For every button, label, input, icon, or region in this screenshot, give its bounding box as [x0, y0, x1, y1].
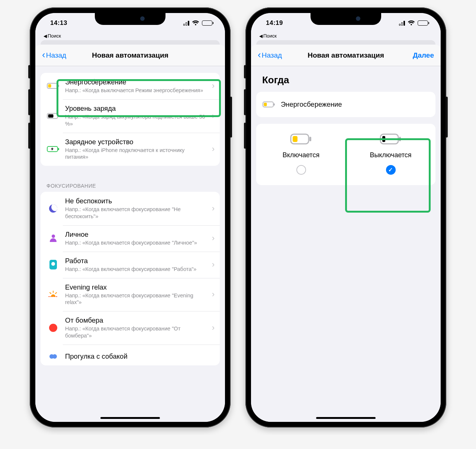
wifi-icon	[408, 20, 415, 26]
battery-off-icon	[380, 133, 402, 145]
moon-icon	[46, 202, 60, 215]
nav-back[interactable]: ‹Назад	[258, 51, 282, 60]
svg-rect-17	[293, 136, 298, 142]
volume-down[interactable]	[28, 123, 30, 149]
section-title: Когда	[251, 66, 441, 88]
svg-line-10	[50, 293, 51, 294]
svg-line-11	[55, 293, 57, 294]
choice-on[interactable]: Включается	[256, 133, 346, 175]
mute-switch[interactable]	[244, 65, 246, 78]
battery-icon	[418, 20, 428, 26]
radio-checked[interactable]	[386, 165, 396, 175]
row-work[interactable]: РаботаНапр.: «Когда включается фокусиров…	[41, 252, 220, 278]
chevron-right-icon: ›	[212, 204, 215, 213]
battery-on-icon	[290, 133, 312, 145]
svg-rect-4	[58, 115, 59, 117]
power-button[interactable]	[446, 97, 448, 138]
battery-level-icon	[46, 109, 60, 123]
breadcrumb[interactable]: ◀Поиск	[251, 33, 441, 40]
chevron-right-icon: ›	[212, 111, 215, 121]
row-walk[interactable]: Прогулка с собакой	[41, 345, 220, 365]
chevron-right-icon: ›	[212, 81, 215, 91]
volume-up[interactable]	[244, 89, 246, 115]
svg-rect-7	[58, 148, 59, 150]
svg-rect-5	[48, 114, 54, 117]
volume-down[interactable]	[244, 123, 246, 149]
row-charger[interactable]: Зарядное устройствоНапр.: «Когда iPhone …	[41, 133, 220, 166]
radio-unchecked[interactable]	[296, 165, 306, 175]
choice-off[interactable]: Выключается	[346, 133, 435, 175]
row-battery-level[interactable]: Уровень зарядаНапр.: «Когда заряд аккуму…	[41, 99, 220, 133]
row-dnd[interactable]: Не беспокоитьНапр.: «Когда включается фо…	[41, 192, 220, 225]
svg-rect-20	[382, 136, 385, 142]
chevron-right-icon: ›	[212, 144, 215, 154]
focus-header: ФОКУСИРОВАНИЕ	[35, 172, 225, 192]
status-time: 14:13	[50, 19, 67, 27]
row-low-power[interactable]: ЭнергосбережениеНапр.: «Когда выключаетс…	[41, 73, 220, 99]
status-time: 14:19	[266, 19, 283, 27]
nav-back[interactable]: ‹Назад	[42, 51, 66, 60]
sunset-icon	[46, 288, 60, 301]
selected-trigger: Энергосбережение	[256, 92, 435, 117]
chevron-right-icon: ›	[212, 323, 215, 333]
svg-rect-16	[309, 137, 311, 141]
low-power-icon	[262, 98, 276, 111]
people-icon	[46, 350, 60, 363]
phone-right: 14:19 ◀Поиск ‹Назад Новая автоматизация …	[245, 7, 446, 427]
row-personal[interactable]: ЛичноеНапр.: «Когда включается фокусиров…	[41, 225, 220, 252]
home-indicator[interactable]	[316, 417, 376, 419]
row-evening[interactable]: Evening relaxНапр.: «Когда включается фо…	[41, 278, 220, 311]
nav-bar: ‹Назад Новая автоматизация	[35, 45, 225, 66]
volume-up[interactable]	[28, 89, 30, 115]
svg-rect-2	[48, 84, 51, 88]
badge-icon	[46, 258, 60, 271]
nav-next[interactable]: Далее	[413, 51, 434, 59]
chevron-right-icon: ›	[212, 233, 215, 243]
svg-rect-1	[58, 85, 59, 87]
signal-icon	[183, 20, 189, 26]
breadcrumb[interactable]: ◀Поиск	[35, 33, 225, 40]
notch	[95, 13, 165, 25]
svg-rect-13	[274, 103, 275, 106]
power-button[interactable]	[230, 97, 232, 138]
nav-bar: ‹Назад Новая автоматизация Далее	[251, 45, 441, 66]
charger-icon	[46, 142, 60, 156]
battery-icon	[202, 20, 212, 26]
mute-switch[interactable]	[28, 65, 30, 78]
home-indicator[interactable]	[100, 417, 160, 419]
row-bomber[interactable]: От бомбераНапр.: «Когда включается фокус…	[41, 311, 220, 345]
person-icon	[46, 232, 60, 245]
chevron-right-icon: ›	[212, 260, 215, 269]
low-power-icon	[46, 79, 60, 93]
signal-icon	[399, 20, 405, 26]
svg-rect-19	[399, 137, 401, 141]
phone-left: 14:13 ◀Поиск ‹Назад Новая автоматизация …	[30, 7, 231, 427]
red-dot-icon	[46, 321, 60, 335]
wifi-icon	[192, 20, 199, 26]
chevron-right-icon: ›	[212, 290, 215, 299]
notch	[311, 13, 381, 25]
svg-rect-14	[264, 103, 267, 106]
